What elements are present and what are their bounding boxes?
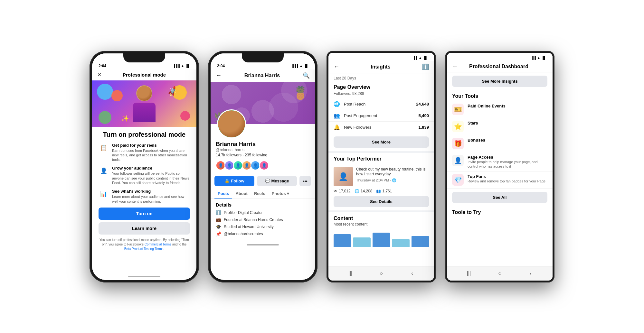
reach-globe-icon: 🌐 xyxy=(355,189,359,193)
insights-period: Last 28 Days xyxy=(328,73,434,82)
content-title: Content xyxy=(334,216,429,222)
paid-events-text: Paid Online Events xyxy=(468,104,506,108)
follow-label: Follow xyxy=(231,179,244,183)
pro-mode-header: ✕ Professional mode xyxy=(92,69,196,80)
top-fans-text: Top Fans Review and remove top fan badge… xyxy=(468,174,545,183)
deco-3 xyxy=(99,111,111,124)
battery-icon: ▐▌ xyxy=(185,64,190,68)
people-value: 1,761 xyxy=(382,189,392,193)
nav-menu-btn[interactable]: ||| xyxy=(346,269,355,278)
message-label: Message xyxy=(271,179,289,183)
see-more-insights-button[interactable]: See More Insights xyxy=(452,76,547,87)
tool-bonuses[interactable]: 🎁 Bonuses xyxy=(447,135,553,152)
signal-icon-2: ▐▐▐ xyxy=(291,64,298,68)
nav-home-btn-4[interactable]: ○ xyxy=(495,269,504,278)
stat-views: 👁 17,012 xyxy=(334,189,351,193)
more-button[interactable]: ••• xyxy=(299,176,311,186)
insights-title: Insights xyxy=(371,64,390,70)
action-row: 🔒 Follow 💬 Message ••• xyxy=(211,176,315,189)
detail-social-text: @briannaharriscreates xyxy=(224,232,263,236)
tool-top-fans[interactable]: 💎 Top Fans Review and remove top fan bad… xyxy=(447,171,553,189)
phone-1: 2:04 ▐▐▐ ▲ ▐▌ ✕ Professional mode xyxy=(90,51,199,282)
tab-reels[interactable]: Reels xyxy=(251,189,269,199)
android-nav-3: ||| ○ ‹ xyxy=(328,266,434,281)
profile-details: Details ℹ️ Profile · Digital Creator 💼 F… xyxy=(211,199,315,242)
edu-icon: 🎓 xyxy=(216,224,221,229)
feature-audience-desc: Your follower setting will be set to Pub… xyxy=(112,171,190,185)
reach-label: Post Reach xyxy=(344,102,416,106)
back-arrow-4[interactable]: ← xyxy=(452,63,458,70)
nav-home-btn[interactable]: ○ xyxy=(377,269,386,278)
top-fans-desc: Review and remove top fan badges for you… xyxy=(468,179,545,183)
pro-body: Turn on professional mode 📋 Get paid for… xyxy=(92,127,196,273)
thumb-image: 👤 xyxy=(334,167,353,186)
screen-3: ▐▐ ▲ ▐▌ ← Insights ℹ️ Last 28 Days Page … xyxy=(328,53,434,281)
nav-menu-btn-4[interactable]: ||| xyxy=(464,269,473,278)
commercial-terms-link[interactable]: Commercial Terms xyxy=(145,243,171,246)
learn-more-button[interactable]: Learn more xyxy=(99,222,190,235)
detail-edu: 🎓 Studied at Howard University xyxy=(216,224,310,229)
hero-person xyxy=(133,85,156,122)
close-button[interactable]: ✕ xyxy=(97,72,101,78)
back-arrow-2[interactable]: ← xyxy=(216,72,222,79)
back-arrow-3[interactable]: ← xyxy=(334,63,339,70)
feature-reels-title: Get paid for your reels xyxy=(112,143,190,148)
performer-card: 👤 Check out my new beauty routine, this … xyxy=(334,167,429,186)
message-button[interactable]: 💬 Message xyxy=(257,176,297,186)
detail-edu-text: Studied at Howard University xyxy=(224,225,274,229)
feature-audience: 👤 Grow your audience Your follower setti… xyxy=(99,166,190,185)
metric-followers: 🔔 New Followers 1,839 xyxy=(328,122,434,133)
status-icons-2: ▐▐▐ ▲ ▐▌ xyxy=(291,64,308,68)
see-all-button[interactable]: See All xyxy=(452,192,547,203)
avatar-wrap xyxy=(217,109,315,138)
phone-3: ▐▐ ▲ ▐▌ ← Insights ℹ️ Last 28 Days Page … xyxy=(327,51,436,282)
reach-stat-value: 14,208 xyxy=(361,189,373,193)
stars-text: Stars xyxy=(468,121,478,125)
phone-2: 2:04 ▐▐▐ ▲ ▐▌ ← Brianna Harris 🔍 xyxy=(208,51,317,282)
metric-engagement: 👥 Post Engagement 5,490 xyxy=(328,110,434,122)
avatar xyxy=(217,109,246,138)
page-access-icon-wrap: 👤 xyxy=(452,155,464,166)
notch-1 xyxy=(123,53,165,62)
followers-icon: 🔔 xyxy=(334,124,341,130)
hero-head xyxy=(136,85,152,101)
nav-back-btn-4[interactable]: ‹ xyxy=(526,269,535,278)
detail-work-text: Founder at Brianna Harris Creates xyxy=(224,217,283,222)
nav-back-btn[interactable]: ‹ xyxy=(408,269,417,278)
home-indicator-1 xyxy=(128,276,160,277)
stars-icon-wrap: ⭐ xyxy=(452,121,464,132)
hero-body xyxy=(133,103,156,122)
tab-about[interactable]: About xyxy=(232,189,251,199)
info-button[interactable]: ℹ️ xyxy=(422,63,429,70)
bonuses-icon: 🎁 xyxy=(454,140,462,147)
paid-events-icon: 🎫 xyxy=(454,106,462,113)
see-more-button[interactable]: See More xyxy=(334,136,429,148)
engagement-value: 5,490 xyxy=(418,113,429,118)
status-icons-3: ▐▐ ▲ ▐▌ xyxy=(413,56,428,60)
follow-button[interactable]: 🔒 Follow xyxy=(214,176,254,186)
detail-social: 📌 @briannaharriscreates xyxy=(216,231,310,236)
profile-header: ← Brianna Harris 🔍 xyxy=(211,69,315,82)
feature-audience-title: Grow your audience xyxy=(112,166,190,171)
time-2: 2:04 xyxy=(217,64,225,68)
turn-on-button[interactable]: Turn on xyxy=(99,208,190,220)
beta-terms-link[interactable]: Beta Product Testing Terms xyxy=(124,247,164,251)
friend-3: 👤 xyxy=(233,161,243,170)
see-details-button[interactable]: See Details xyxy=(334,196,429,207)
wifi-icon-4: ▲ xyxy=(537,56,540,60)
bar-1 xyxy=(334,234,351,247)
page-access-title: Page Access xyxy=(468,155,547,160)
top-fans-icon: 💎 xyxy=(454,176,462,184)
profile-handle: @brianna_harris xyxy=(216,148,310,152)
notch-2 xyxy=(242,53,284,62)
page-access-text: Page Access Invite people to help manage… xyxy=(468,155,547,169)
reach-icon: 🌐 xyxy=(334,101,341,107)
tool-stars[interactable]: ⭐ Stars xyxy=(447,118,553,135)
tool-page-access[interactable]: 👤 Page Access Invite people to help mana… xyxy=(447,152,553,172)
search-button[interactable]: 🔍 xyxy=(303,72,310,79)
tab-photos[interactable]: Photos ▾ xyxy=(269,189,293,199)
tool-paid-events[interactable]: 🎫 Paid Online Events xyxy=(447,101,553,118)
screen-2: 2:04 ▐▐▐ ▲ ▐▌ ← Brianna Harris 🔍 xyxy=(211,53,315,280)
battery-icon-3: ▐▌ xyxy=(423,56,428,60)
tab-posts[interactable]: Posts xyxy=(214,189,232,199)
